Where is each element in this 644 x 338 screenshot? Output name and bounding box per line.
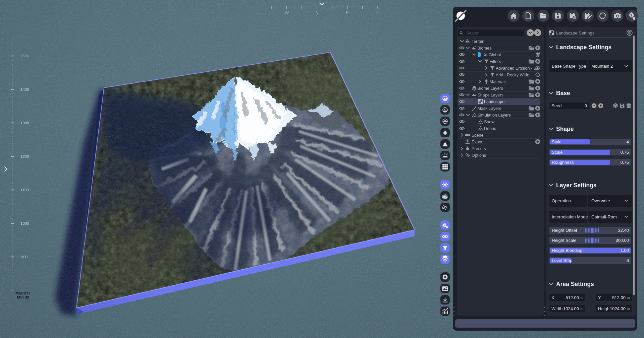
svg-text:Base: Base xyxy=(556,90,570,96)
svg-text:512.00: 512.00 xyxy=(612,295,626,300)
svg-text:Catmull-Rom: Catmull-Rom xyxy=(591,214,617,219)
svg-text:m: m xyxy=(627,295,630,299)
svg-text:Biomes: Biomes xyxy=(478,46,492,51)
svg-text:32.40: 32.40 xyxy=(618,228,629,233)
svg-text:Seed: Seed xyxy=(551,103,561,108)
svg-text:0: 0 xyxy=(585,103,587,108)
svg-text:Base Shape Type: Base Shape Type xyxy=(552,64,586,69)
svg-text:4: 4 xyxy=(627,139,629,144)
svg-text:Options: Options xyxy=(472,153,486,158)
svg-text:0.75: 0.75 xyxy=(621,150,629,155)
svg-text:Biome Layers: Biome Layers xyxy=(478,86,503,91)
svg-text:Terrain: Terrain xyxy=(472,39,484,44)
svg-text:Height Blending: Height Blending xyxy=(552,248,583,253)
svg-text:Height Offset: Height Offset xyxy=(552,228,577,233)
svg-text:Height: Height xyxy=(598,306,611,311)
svg-text:Filters: Filters xyxy=(490,59,501,64)
svg-text:6: 6 xyxy=(627,258,629,263)
svg-text:Search: Search xyxy=(466,31,480,36)
svg-text:512.00: 512.00 xyxy=(566,295,579,300)
svg-text:Arid - Rocky Wide: Arid - Rocky Wide xyxy=(496,73,529,77)
svg-text:Landscape: Landscape xyxy=(484,99,504,104)
svg-text:Roughness: Roughness xyxy=(552,160,574,165)
svg-text:Scene: Scene xyxy=(472,133,483,138)
svg-text:Height Scale: Height Scale xyxy=(552,238,577,243)
svg-text:Width: Width xyxy=(551,306,562,311)
svg-text:Export: Export xyxy=(472,140,484,144)
svg-text:1024.00: 1024.00 xyxy=(563,306,579,311)
svg-text:Global: Global xyxy=(489,53,501,57)
svg-text:m: m xyxy=(580,295,583,299)
svg-text:Simulation Layers: Simulation Layers xyxy=(478,113,511,118)
svg-text:Level Step: Level Step xyxy=(552,258,572,263)
svg-text:Style: Style xyxy=(552,139,561,144)
svg-text:?: ? xyxy=(630,13,632,17)
svg-text:m: m xyxy=(627,307,630,311)
svg-text:Shape Layers: Shape Layers xyxy=(478,93,503,97)
svg-text:Advanced Erosion - Se: Advanced Erosion - Se xyxy=(496,66,539,71)
svg-text:Interpolation Mode: Interpolation Mode xyxy=(552,214,588,219)
svg-text:Materials: Materials xyxy=(490,79,507,84)
svg-text:Y: Y xyxy=(598,295,601,300)
svg-text:Shape: Shape xyxy=(556,126,574,132)
svg-text:Landscape Settings: Landscape Settings xyxy=(556,44,612,51)
svg-text:Scale: Scale xyxy=(552,150,563,155)
svg-text:1.00: 1.00 xyxy=(621,248,629,253)
svg-text:X: X xyxy=(551,295,554,300)
svg-text:Debris: Debris xyxy=(484,126,496,131)
svg-text:1024.00: 1024.00 xyxy=(610,306,626,311)
svg-text:0.75: 0.75 xyxy=(621,160,629,165)
svg-text:m: m xyxy=(580,307,583,311)
svg-text:Presets: Presets xyxy=(472,146,486,151)
svg-text:Mask Layers: Mask Layers xyxy=(478,106,501,111)
svg-text:Area Settings: Area Settings xyxy=(556,281,594,287)
svg-text:Layer Settings: Layer Settings xyxy=(556,182,597,189)
svg-text:Snow: Snow xyxy=(484,120,495,124)
svg-text:Mountain 2: Mountain 2 xyxy=(591,64,613,69)
svg-text:Landscape Settings: Landscape Settings xyxy=(556,30,595,36)
svg-text:300.00: 300.00 xyxy=(615,238,629,243)
svg-text:Operation: Operation xyxy=(552,198,571,203)
svg-text:Overwrite: Overwrite xyxy=(591,198,610,203)
